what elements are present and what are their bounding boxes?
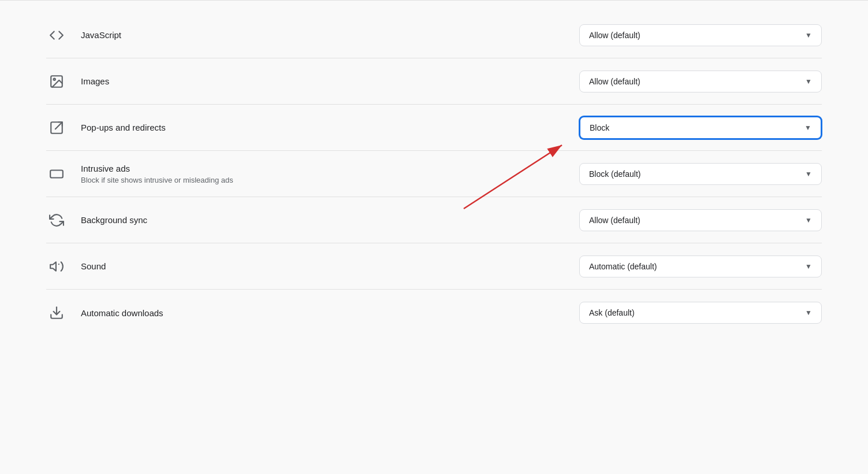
settings-list: JavaScript Allow (default) ▼ Images — [0, 1, 868, 347]
setting-left-intrusive-ads: Intrusive ads Block if site shows intrus… — [46, 164, 556, 184]
svg-line-3 — [55, 122, 62, 129]
setting-title-intrusive-ads: Intrusive ads — [81, 164, 233, 173]
javascript-dropdown-value: Allow (default) — [589, 31, 640, 40]
chevron-down-icon: ▼ — [804, 124, 811, 132]
setting-row-sound: Sound Automatic (default) ▼ — [46, 243, 822, 290]
setting-right-popups: Block ▼ — [579, 116, 822, 139]
setting-left-automatic-downloads: Automatic downloads — [46, 302, 556, 323]
setting-left-popups: Pop-ups and redirects — [46, 117, 556, 138]
background-sync-dropdown-value: Allow (default) — [589, 216, 640, 225]
ads-icon — [46, 164, 67, 184]
popups-dropdown-value: Block — [590, 123, 609, 132]
setting-row-automatic-downloads: Automatic downloads Ask (default) ▼ — [46, 290, 822, 336]
setting-text-automatic-downloads: Automatic downloads — [81, 308, 163, 318]
setting-left-images: Images — [46, 71, 556, 92]
code-icon — [46, 25, 67, 46]
setting-row-javascript: JavaScript Allow (default) ▼ — [46, 12, 822, 58]
intrusive-ads-dropdown[interactable]: Block (default) ▼ — [579, 163, 822, 185]
setting-left-javascript: JavaScript — [46, 25, 556, 46]
intrusive-ads-dropdown-value: Block (default) — [589, 169, 640, 179]
setting-right-background-sync: Allow (default) ▼ — [579, 209, 822, 231]
chevron-down-icon: ▼ — [805, 77, 812, 86]
setting-right-images: Allow (default) ▼ — [579, 71, 822, 92]
svg-marker-7 — [50, 262, 56, 271]
setting-row-intrusive-ads: Intrusive ads Block if site shows intrus… — [46, 151, 822, 197]
chevron-down-icon: ▼ — [805, 170, 812, 178]
chevron-down-icon: ▼ — [805, 31, 812, 39]
setting-text-intrusive-ads: Intrusive ads Block if site shows intrus… — [81, 164, 233, 184]
setting-title-automatic-downloads: Automatic downloads — [81, 308, 163, 318]
setting-row-popups: Pop-ups and redirects Block ▼ — [46, 105, 822, 151]
sound-icon — [46, 256, 67, 277]
setting-left-sound: Sound — [46, 256, 556, 277]
background-sync-dropdown[interactable]: Allow (default) ▼ — [579, 209, 822, 231]
setting-row-background-sync: Background sync Allow (default) ▼ — [46, 197, 822, 243]
download-icon — [46, 302, 67, 323]
setting-right-javascript: Allow (default) ▼ — [579, 24, 822, 46]
setting-right-sound: Automatic (default) ▼ — [579, 255, 822, 277]
automatic-downloads-dropdown-value: Ask (default) — [589, 308, 635, 317]
setting-right-intrusive-ads: Block (default) ▼ — [579, 163, 822, 185]
setting-title-sound: Sound — [81, 261, 106, 271]
svg-rect-6 — [50, 170, 63, 177]
chevron-down-icon: ▼ — [805, 262, 812, 271]
setting-text-images: Images — [81, 76, 109, 86]
setting-title-images: Images — [81, 76, 109, 86]
setting-right-automatic-downloads: Ask (default) ▼ — [579, 302, 822, 324]
setting-title-javascript: JavaScript — [81, 30, 121, 40]
chevron-down-icon: ▼ — [805, 309, 812, 317]
automatic-downloads-dropdown[interactable]: Ask (default) ▼ — [579, 302, 822, 324]
setting-text-javascript: JavaScript — [81, 30, 121, 40]
javascript-dropdown[interactable]: Allow (default) ▼ — [579, 24, 822, 46]
setting-text-background-sync: Background sync — [81, 215, 147, 225]
setting-desc-intrusive-ads: Block if site shows intrusive or mislead… — [81, 176, 233, 184]
popups-dropdown[interactable]: Block ▼ — [579, 116, 822, 139]
setting-text-sound: Sound — [81, 261, 106, 271]
image-icon — [46, 71, 67, 92]
sync-icon — [46, 210, 67, 231]
images-dropdown[interactable]: Allow (default) ▼ — [579, 71, 822, 92]
setting-left-background-sync: Background sync — [46, 210, 556, 231]
sound-dropdown[interactable]: Automatic (default) ▼ — [579, 255, 822, 277]
sound-dropdown-value: Automatic (default) — [589, 262, 657, 271]
setting-title-popups: Pop-ups and redirects — [81, 123, 166, 132]
setting-title-background-sync: Background sync — [81, 215, 147, 225]
setting-row-images: Images Allow (default) ▼ — [46, 58, 822, 105]
popup-icon — [46, 117, 67, 138]
images-dropdown-value: Allow (default) — [589, 77, 640, 86]
setting-text-popups: Pop-ups and redirects — [81, 123, 166, 132]
chevron-down-icon: ▼ — [805, 216, 812, 224]
svg-point-1 — [54, 78, 55, 80]
